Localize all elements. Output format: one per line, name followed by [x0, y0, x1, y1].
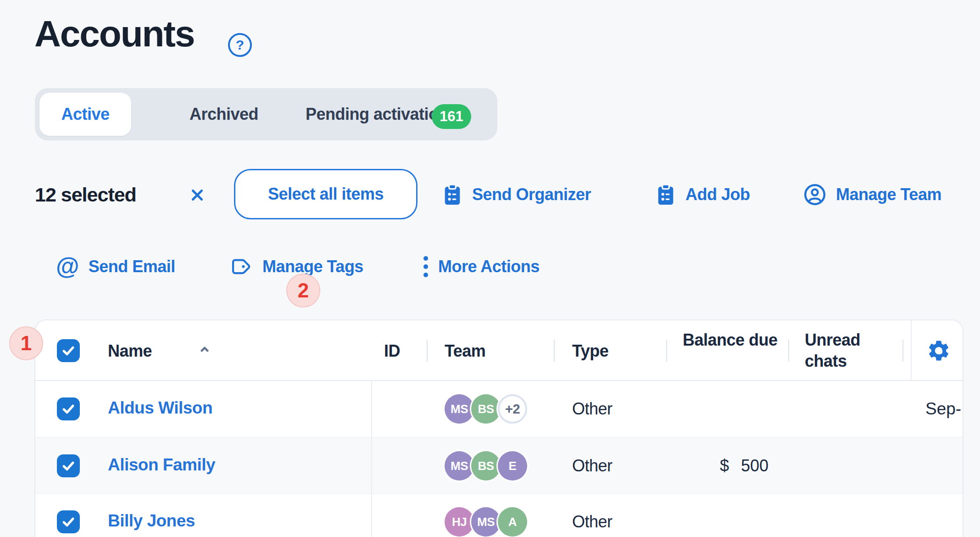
column-header-balance-due[interactable]: Balance due	[683, 330, 784, 351]
more-actions-button[interactable]: More Actions	[423, 253, 540, 280]
column-header-unread-chats[interactable]: Unread chats	[805, 330, 887, 372]
team-avatar-group: MS BS E	[445, 451, 527, 481]
tab-archived[interactable]: Archived	[189, 88, 258, 140]
type-cell: Other	[572, 456, 612, 475]
select-all-items-button[interactable]: Select all items	[234, 169, 418, 219]
type-cell: Other	[572, 399, 612, 419]
tab-active[interactable]: Active	[39, 93, 131, 136]
clipboard-icon	[442, 183, 463, 207]
table-row: Alison Family MS BS E Other $ 500	[35, 437, 963, 493]
check-icon	[61, 343, 76, 358]
table-row: Aldus Wilson MS BS +2 Other Sep-1	[35, 381, 963, 437]
send-organizer-button[interactable]: Send Organizer	[442, 181, 591, 208]
annotation-marker-1: 1	[9, 326, 43, 360]
page-title: Accounts	[34, 14, 195, 54]
row-checkbox[interactable]	[57, 510, 80, 533]
table-row: Billy Jones HJ MS A Other	[35, 493, 963, 537]
accounts-table: Aldus Wilson MS BS +2 Other Sep-1 Alison…	[34, 319, 963, 537]
table-header: Name ID Team Type Balance due Unread cha…	[35, 320, 963, 381]
select-all-checkbox[interactable]	[57, 339, 80, 362]
column-header-id[interactable]: ID	[384, 341, 400, 362]
header-divider	[902, 340, 903, 362]
avatar: E	[498, 451, 527, 481]
team-avatar-group: HJ MS A	[445, 507, 527, 537]
account-name-link[interactable]: Alison Family	[108, 455, 215, 475]
avatar: HJ	[445, 507, 474, 537]
column-header-type[interactable]: Type	[572, 341, 608, 362]
question-mark: ?	[236, 37, 244, 53]
tab-bar: Active Archived Pending activation	[35, 88, 497, 140]
pending-count-badge: 161	[432, 104, 471, 129]
kebab-menu-icon	[423, 256, 429, 277]
check-icon	[61, 401, 76, 417]
avatar: A	[498, 507, 527, 537]
avatar: MS	[445, 394, 474, 424]
header-divider	[666, 340, 667, 362]
settings-column-divider	[911, 320, 912, 381]
clipboard-icon	[655, 183, 676, 207]
avatar: MS	[445, 451, 474, 481]
add-job-button[interactable]: Add Job	[655, 181, 750, 208]
send-email-button[interactable]: @ Send Email	[56, 253, 175, 280]
header-divider	[427, 340, 428, 362]
balance-amount: 500	[741, 456, 768, 475]
annotation-marker-2: 2	[286, 274, 320, 308]
tag-icon	[229, 256, 253, 278]
table-settings-gear-icon[interactable]	[926, 338, 951, 363]
tab-pending-activation[interactable]: Pending activation	[306, 88, 448, 140]
column-header-name[interactable]: Name	[108, 341, 152, 362]
column-header-team[interactable]: Team	[445, 341, 485, 362]
date-cell-clipped: Sep-1	[925, 399, 963, 419]
header-divider	[554, 340, 555, 362]
check-icon	[61, 458, 76, 474]
row-checkbox[interactable]	[57, 454, 80, 477]
account-name-link[interactable]: Aldus Wilson	[108, 398, 212, 418]
sort-ascending-icon	[197, 342, 212, 356]
avatar: BS	[471, 394, 501, 424]
check-icon	[61, 514, 76, 530]
help-icon[interactable]: ?	[228, 33, 252, 57]
team-avatar-group: MS BS +2	[445, 394, 527, 424]
selected-count-label: 12 selected	[35, 184, 136, 206]
manage-team-button[interactable]: Manage Team	[803, 181, 941, 208]
clear-selection-button[interactable]	[187, 185, 207, 205]
avatar: BS	[471, 451, 501, 481]
header-divider	[788, 340, 789, 362]
close-icon	[189, 186, 206, 204]
avatar-overflow-count: +2	[498, 394, 527, 424]
currency-symbol: $	[720, 456, 729, 475]
type-cell: Other	[572, 512, 612, 531]
avatar: MS	[471, 507, 501, 537]
at-sign-icon: @	[56, 254, 79, 278]
person-circle-icon	[803, 183, 827, 207]
balance-due-cell: $ 500	[720, 456, 768, 475]
row-checkbox[interactable]	[57, 397, 80, 420]
account-name-link[interactable]: Billy Jones	[108, 511, 195, 531]
